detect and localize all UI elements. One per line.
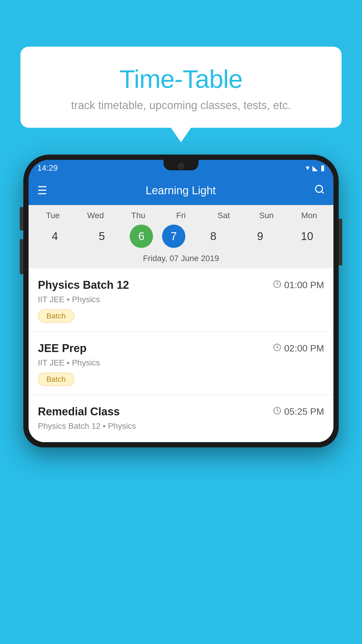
power-button[interactable]	[339, 219, 342, 265]
schedule-item-1-badge: Batch	[38, 309, 74, 323]
app-title: Learning Light	[56, 184, 305, 197]
phone-notch	[164, 160, 198, 170]
selected-date-label: Friday, 07 June 2019	[31, 254, 331, 268]
speech-bubble-container: Time-Table track timetable, upcoming cla…	[20, 47, 342, 128]
signal-icon: ◣	[312, 164, 318, 172]
volume-down-button[interactable]	[20, 239, 23, 274]
day-header-fri: Fri	[162, 211, 200, 220]
schedule-item-3-header: Remedial Class 05:25 PM	[38, 405, 324, 418]
phone-screen: 14:29 ▾ ◣ ▮ ☰ Learning Light	[29, 160, 333, 442]
clock-icon-2	[273, 343, 281, 354]
bubble-title: Time-Table	[32, 64, 330, 94]
clock-icon-1	[273, 280, 281, 290]
phone-frame: 14:29 ▾ ◣ ▮ ☰ Learning Light	[23, 155, 339, 644]
day-header-sun: Sun	[247, 211, 285, 220]
schedule-item-1-title: Physics Batch 12	[38, 279, 129, 291]
svg-line-1	[321, 191, 324, 193]
status-time: 14:29	[37, 163, 58, 173]
calendar-strip: Tue Wed Thu Fri Sat Sun Mon 4 5 6 7 8 9 …	[29, 205, 333, 268]
volume-up-button[interactable]	[20, 207, 23, 230]
day-7-selected[interactable]: 7	[162, 225, 185, 248]
schedule-item-2[interactable]: JEE Prep 02:00 PM IIT JEE • Physics	[29, 332, 333, 395]
day-header-thu: Thu	[119, 211, 157, 220]
wifi-icon: ▾	[306, 163, 310, 172]
hamburger-icon[interactable]: ☰	[37, 184, 47, 197]
day-4[interactable]: 4	[36, 225, 74, 248]
day-header-tue: Tue	[34, 211, 72, 220]
battery-icon: ▮	[321, 163, 325, 172]
day-10[interactable]: 10	[288, 225, 326, 248]
schedule-item-3[interactable]: Remedial Class 05:25 PM Physics Batch	[29, 395, 333, 442]
phone-camera	[178, 163, 184, 169]
schedule-item-2-badge: Batch	[38, 373, 74, 386]
day-headers: Tue Wed Thu Fri Sat Sun Mon	[31, 211, 331, 220]
clock-icon-3	[273, 407, 281, 417]
schedule-item-2-title: JEE Prep	[38, 342, 87, 355]
schedule-item-3-title: Remedial Class	[38, 405, 120, 418]
search-icon[interactable]	[314, 184, 325, 197]
schedule-item-2-subtitle: IIT JEE • Physics	[38, 358, 324, 368]
day-9[interactable]: 9	[241, 225, 279, 248]
day-header-mon: Mon	[290, 211, 328, 220]
schedule-item-3-subtitle: Physics Batch 12 • Physics	[38, 421, 324, 431]
schedule-item-2-header: JEE Prep 02:00 PM	[38, 342, 324, 355]
day-6-today[interactable]: 6	[130, 225, 153, 248]
schedule-item-1-header: Physics Batch 12 01:00 PM	[38, 279, 324, 291]
schedule-item-3-time: 05:25 PM	[273, 406, 324, 417]
bubble-subtitle: track timetable, upcoming classes, tests…	[32, 99, 330, 112]
day-8[interactable]: 8	[194, 225, 232, 248]
schedule-item-1-time: 01:00 PM	[273, 280, 324, 290]
day-numbers: 4 5 6 7 8 9 10	[31, 225, 331, 248]
app-bar: ☰ Learning Light	[29, 176, 333, 205]
phone-outer: 14:29 ▾ ◣ ▮ ☰ Learning Light	[23, 155, 339, 447]
speech-bubble: Time-Table track timetable, upcoming cla…	[20, 47, 342, 128]
schedule-item-1-subtitle: IIT JEE • Physics	[38, 295, 324, 304]
status-icons: ▾ ◣ ▮	[306, 163, 325, 172]
day-5[interactable]: 5	[83, 225, 121, 248]
day-header-sat: Sat	[205, 211, 243, 220]
day-header-wed: Wed	[77, 211, 115, 220]
schedule-item-1[interactable]: Physics Batch 12 01:00 PM IIT JEE • P	[29, 268, 333, 332]
schedule-item-2-time: 02:00 PM	[273, 343, 324, 354]
schedule-list: Physics Batch 12 01:00 PM IIT JEE • P	[29, 268, 333, 442]
